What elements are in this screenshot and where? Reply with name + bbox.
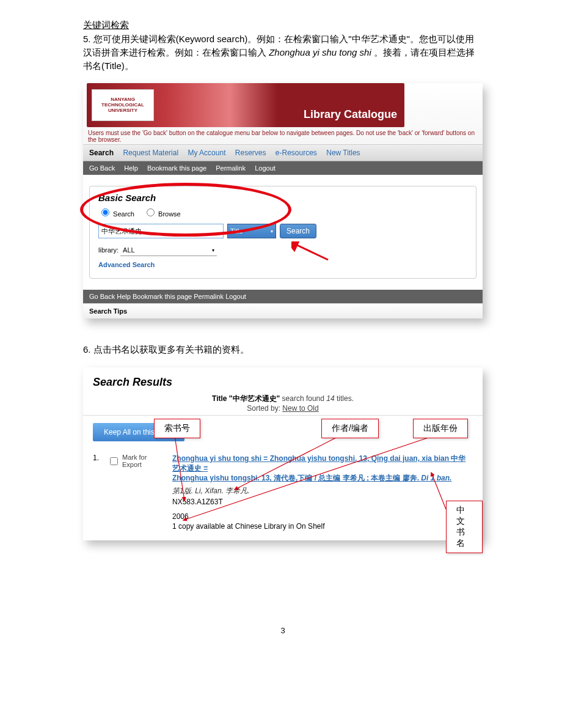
- title-line2b: Di 1 ban.: [421, 474, 451, 482]
- library-select[interactable]: ALL ▾: [120, 245, 217, 256]
- catalogue-tabs: Search Request Material My Account Reser…: [83, 144, 483, 161]
- basic-search-title: Basic Search: [98, 193, 467, 203]
- subnav-bookmark[interactable]: Bookmark this page: [147, 164, 206, 172]
- advanced-search-link[interactable]: Advanced Search: [98, 261, 467, 268]
- result-author: 第1版. Li, Xifan. 李希凡.: [172, 486, 473, 496]
- results-heading: Search Results: [83, 367, 483, 392]
- subnav-help[interactable]: Help: [124, 164, 138, 172]
- catalogue-screenshot: NANYANG TECHNOLOGICAL UNIVERSITY Library…: [83, 83, 483, 318]
- mark-label: Mark for Export: [122, 454, 166, 468]
- chevron-down-icon: ▾: [212, 248, 214, 253]
- search-input[interactable]: [98, 224, 224, 238]
- library-label: library:: [98, 246, 119, 254]
- result-availability: 1 copy available at Chinese Library in O…: [172, 522, 473, 531]
- results-screenshot: Search Results Title "中华艺术通史" search fou…: [83, 367, 483, 540]
- chevron-down-icon: ▾: [271, 229, 273, 234]
- footnav-logout[interactable]: Logout: [225, 293, 246, 300]
- radio-browse[interactable]: Browse: [144, 210, 181, 218]
- para5-pinyin: Zhonghua yi shu tong shi: [269, 47, 371, 57]
- callout-cn-title: 中文书名: [446, 501, 483, 553]
- title-line1: Zhonghua yi shu tong shi = Zhonghua yish…: [172, 454, 465, 472]
- tab-account[interactable]: My Account: [188, 149, 225, 157]
- catalogue-footer-nav: Go Back Help Bookmark this page Permalin…: [83, 290, 483, 303]
- basic-search-panel: Basic Search Search Browse Title ▾ Searc…: [89, 186, 476, 279]
- search-mode-row: Search Browse: [98, 207, 467, 218]
- paragraph-6: 6. 点击书名以获取更多有关书籍的资料。: [83, 343, 483, 356]
- para6-text: 点击书名以获取更多有关书籍的资料。: [93, 344, 249, 355]
- sorted-by-label: Sorted by:: [247, 404, 282, 413]
- subnav-goback[interactable]: Go Back: [89, 164, 115, 172]
- summary-mid: search found: [280, 394, 326, 403]
- paragraph-5: 5. 您可使用关键词检索(Keyword search)。例如：在检索窗口输入"…: [83, 32, 483, 72]
- library-row: library: ALL ▾: [98, 245, 467, 256]
- field-select[interactable]: Title ▾: [227, 224, 276, 238]
- result-item-1: 1. Mark for Export Zhonghua yi shu tong …: [83, 449, 483, 531]
- summary-term: "中华艺术通史": [229, 394, 280, 403]
- footnav-goback[interactable]: Go Back: [89, 293, 115, 300]
- mark-for-export[interactable]: Mark for Export: [108, 454, 166, 468]
- tab-reserves[interactable]: Reserves: [235, 149, 266, 157]
- callout-author: 作者/编者: [321, 419, 379, 438]
- subnav-logout[interactable]: Logout: [255, 164, 276, 172]
- results-summary: Title "中华艺术通史" search found 14 titles. S…: [83, 392, 483, 416]
- tab-eresources[interactable]: e-Resources: [276, 149, 317, 157]
- catalogue-notice: Users must use the 'Go back' button on t…: [83, 127, 483, 144]
- summary-count: 14: [326, 394, 334, 403]
- search-tips-bar[interactable]: Search Tips: [83, 303, 483, 318]
- summary-suffix: titles.: [335, 394, 354, 403]
- catalogue-subnav: Go Back Help Bookmark this page Permalin…: [83, 161, 483, 175]
- title-line2a: Zhonghua yishu tongshi. 13, 清代卷,下编 / 总主编…: [172, 474, 421, 482]
- search-button[interactable]: Search: [280, 224, 316, 238]
- ntu-logo: NANYANG TECHNOLOGICAL UNIVERSITY: [92, 89, 154, 121]
- result-year: 2006: [172, 512, 473, 521]
- footnav-bookmark[interactable]: Bookmark this page: [133, 293, 192, 300]
- footnav-help[interactable]: Help: [117, 293, 131, 300]
- page-number: 3: [83, 626, 483, 635]
- callout-callnumber: 索书号: [154, 419, 200, 438]
- result-callnumber: NX583.A1Z63T: [172, 498, 473, 506]
- result-num: 1.: [93, 454, 101, 462]
- tab-request[interactable]: Request Material: [123, 149, 178, 157]
- catalogue-title: Library Catalogue: [304, 108, 397, 121]
- catalogue-banner: NANYANG TECHNOLOGICAL UNIVERSITY Library…: [87, 83, 404, 127]
- summary-prefix: Title: [212, 394, 229, 403]
- library-select-value: ALL: [123, 246, 135, 254]
- callout-year: 出版年份: [413, 419, 468, 438]
- radio-search[interactable]: Search: [98, 210, 134, 218]
- para5-num: 5.: [83, 34, 91, 44]
- field-select-value: Title: [230, 227, 243, 235]
- subnav-permalink[interactable]: Permalink: [216, 164, 246, 172]
- footnav-permalink[interactable]: Permalink: [194, 293, 224, 300]
- section-title: 关键词检索: [83, 20, 483, 31]
- tab-newtitles[interactable]: New Titles: [326, 149, 360, 157]
- para6-num: 6.: [83, 344, 91, 355]
- result-title-link[interactable]: Zhonghua yi shu tong shi = Zhonghua yish…: [172, 454, 473, 483]
- sorted-by-link[interactable]: New to Old: [282, 404, 318, 413]
- mark-checkbox[interactable]: [110, 457, 118, 465]
- tab-search[interactable]: Search: [89, 149, 114, 157]
